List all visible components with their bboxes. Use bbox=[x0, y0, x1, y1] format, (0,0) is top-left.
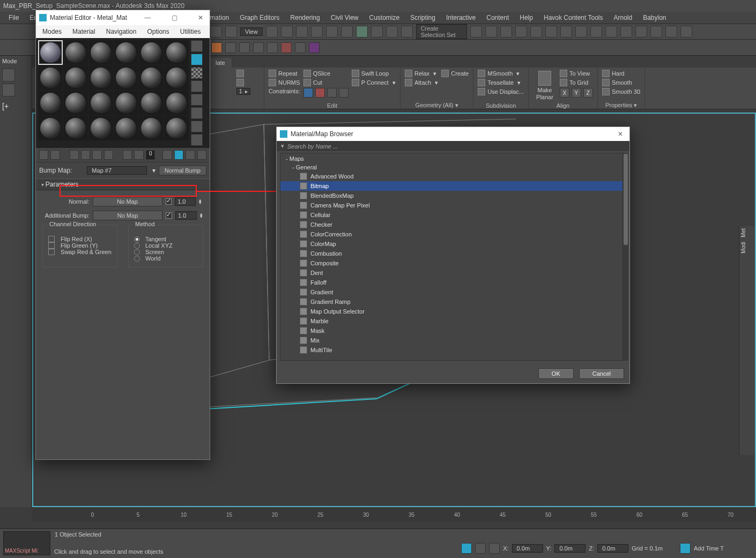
mated-menu-material[interactable]: Material bbox=[68, 28, 100, 35]
map-item-map-output-selector[interactable]: Map Output Selector bbox=[280, 307, 622, 316]
menu-havok[interactable]: Havok Content Tools bbox=[539, 14, 607, 21]
go-forward-icon[interactable] bbox=[197, 150, 206, 160]
show-in-vp-icon[interactable] bbox=[162, 150, 172, 160]
material-slot[interactable] bbox=[63, 116, 88, 140]
menu-grapheditors[interactable]: Graph Editors bbox=[235, 14, 284, 21]
ribbon-pconnect[interactable]: P Connect ▾ bbox=[352, 79, 396, 86]
delete-icon[interactable] bbox=[92, 150, 101, 160]
material-slot[interactable] bbox=[88, 65, 113, 90]
material-slot[interactable] bbox=[88, 91, 113, 115]
tb-btn[interactable] bbox=[225, 26, 237, 38]
tb2-btn[interactable] bbox=[309, 42, 320, 53]
lock-icon[interactable] bbox=[475, 543, 486, 554]
map-item-dent[interactable]: Dent bbox=[280, 268, 622, 278]
ribbon-hard[interactable]: Hard bbox=[602, 70, 640, 77]
constraint-face-icon[interactable] bbox=[327, 88, 337, 98]
tb2-btn[interactable] bbox=[281, 42, 292, 53]
menu-interactive[interactable]: Interactive bbox=[442, 14, 480, 21]
map-type-button[interactable]: Normal Bump bbox=[159, 166, 206, 175]
material-slot[interactable] bbox=[114, 116, 138, 140]
material-slot[interactable] bbox=[164, 116, 189, 140]
icon[interactable] bbox=[236, 70, 244, 77]
ribbon-togrid[interactable]: To Grid bbox=[560, 79, 593, 86]
flip-green-checkbox[interactable] bbox=[48, 242, 55, 249]
tree-category[interactable]: - Maps bbox=[280, 154, 622, 163]
tb-layers-icon[interactable] bbox=[545, 26, 557, 38]
tb-btn[interactable] bbox=[386, 26, 398, 38]
right-tab-met[interactable]: Met bbox=[739, 226, 747, 240]
flip-red-checkbox[interactable] bbox=[48, 236, 55, 242]
selection-set-dropdown[interactable]: Create Selection Set bbox=[416, 24, 467, 39]
map-item-combustion[interactable]: Combustion bbox=[280, 249, 622, 258]
map-item-mask[interactable]: Mask bbox=[280, 326, 622, 336]
menu-scripting[interactable]: Scripting bbox=[406, 14, 440, 21]
tb-scale-icon[interactable] bbox=[341, 26, 353, 38]
mated-menu-utilities[interactable]: Utilities bbox=[176, 28, 205, 35]
ribbon-nurms[interactable]: NURMS bbox=[269, 79, 300, 86]
timeline-ruler[interactable]: 0 5 10 15 20 25 30 35 40 45 50 55 60 65 … bbox=[32, 508, 756, 522]
get-material-icon[interactable] bbox=[39, 150, 48, 160]
map-item-gradient-ramp[interactable]: Gradient Ramp bbox=[280, 297, 622, 307]
tb2-btn[interactable] bbox=[295, 42, 306, 53]
map-name-field[interactable]: Map #7 bbox=[87, 166, 147, 175]
tb-snap-icon[interactable] bbox=[356, 26, 368, 38]
x-field[interactable]: 0.0m bbox=[512, 544, 543, 553]
ok-button[interactable]: OK bbox=[538, 368, 574, 379]
material-slot[interactable] bbox=[139, 65, 164, 90]
map-item-bitmap[interactable]: Bitmap bbox=[280, 181, 622, 191]
ribbon-relax[interactable]: Relax ▾ bbox=[405, 70, 438, 77]
map-tree[interactable]: - Maps- GeneralAdvanced WoodBitmapBlende… bbox=[280, 153, 623, 361]
tb-btn[interactable] bbox=[210, 26, 222, 38]
material-slot[interactable] bbox=[164, 40, 189, 65]
constraint-normal-icon[interactable] bbox=[339, 88, 349, 98]
go-parent-icon[interactable] bbox=[186, 150, 195, 160]
map-item-multitile[interactable]: MultiTile bbox=[280, 345, 622, 355]
menu-content[interactable]: Content bbox=[482, 14, 513, 21]
background-icon[interactable] bbox=[191, 67, 203, 79]
map-item-blendedboxmap[interactable]: BlendedBoxMap bbox=[280, 191, 622, 200]
ribbon-swiftloop[interactable]: Swift Loop bbox=[352, 70, 396, 77]
addbump-enable-checkbox[interactable] bbox=[166, 212, 172, 219]
ribbon-toview[interactable]: To View bbox=[560, 70, 593, 77]
make-unique-icon[interactable] bbox=[123, 150, 132, 160]
make-copy-icon[interactable] bbox=[104, 150, 113, 160]
ribbon-makeplanar[interactable]: Make Planar bbox=[533, 70, 557, 101]
constraint-none-icon[interactable] bbox=[303, 88, 313, 98]
material-slot[interactable] bbox=[114, 91, 138, 115]
ribbon-cut[interactable]: Cut bbox=[303, 79, 349, 86]
menu-help[interactable]: Help bbox=[515, 14, 537, 21]
assign-icon[interactable] bbox=[70, 150, 79, 160]
map-item-mix[interactable]: Mix bbox=[280, 336, 622, 345]
map-item-marble[interactable]: Marble bbox=[280, 316, 622, 326]
show-end-icon[interactable] bbox=[174, 150, 183, 160]
material-slot[interactable] bbox=[139, 116, 164, 140]
method-tangent-radio[interactable] bbox=[134, 236, 140, 242]
menu-babylon[interactable]: Babylon bbox=[639, 14, 670, 21]
options-icon[interactable] bbox=[191, 107, 203, 119]
tb-btn[interactable] bbox=[401, 26, 413, 38]
material-slot[interactable] bbox=[38, 91, 63, 115]
tb2-btn[interactable] bbox=[225, 42, 236, 53]
material-slot[interactable] bbox=[114, 40, 138, 65]
axis-x-button[interactable]: X bbox=[560, 88, 569, 98]
maximize-icon[interactable]: ▢ bbox=[168, 14, 181, 21]
material-slot[interactable] bbox=[139, 40, 164, 65]
tb-teapot-icon[interactable] bbox=[665, 26, 677, 38]
maplevels-icon[interactable] bbox=[191, 134, 203, 146]
ribbon-attach[interactable]: Attach ▾ bbox=[405, 79, 438, 86]
ribbon-usedisplace[interactable]: Use Displac... bbox=[478, 88, 524, 95]
tb-btn[interactable] bbox=[500, 26, 512, 38]
material-slot[interactable] bbox=[63, 40, 88, 65]
normal-map-button[interactable]: No Map bbox=[93, 197, 162, 206]
maxscript-listener[interactable]: MAXScript Mi: bbox=[3, 531, 50, 555]
menu-file[interactable]: File bbox=[4, 14, 23, 21]
material-slot[interactable] bbox=[114, 65, 138, 90]
minimize-icon[interactable]: — bbox=[141, 14, 154, 21]
cancel-button[interactable]: Cancel bbox=[579, 368, 624, 379]
tree-scrollbar[interactable] bbox=[623, 153, 628, 361]
map-item-checker[interactable]: Checker bbox=[280, 220, 622, 229]
spinner[interactable]: 1 ▸ bbox=[236, 88, 250, 95]
ribbon-create[interactable]: Create bbox=[441, 70, 469, 77]
ribbon-tab-late[interactable]: late bbox=[209, 58, 232, 68]
video-color-icon[interactable] bbox=[191, 94, 203, 106]
